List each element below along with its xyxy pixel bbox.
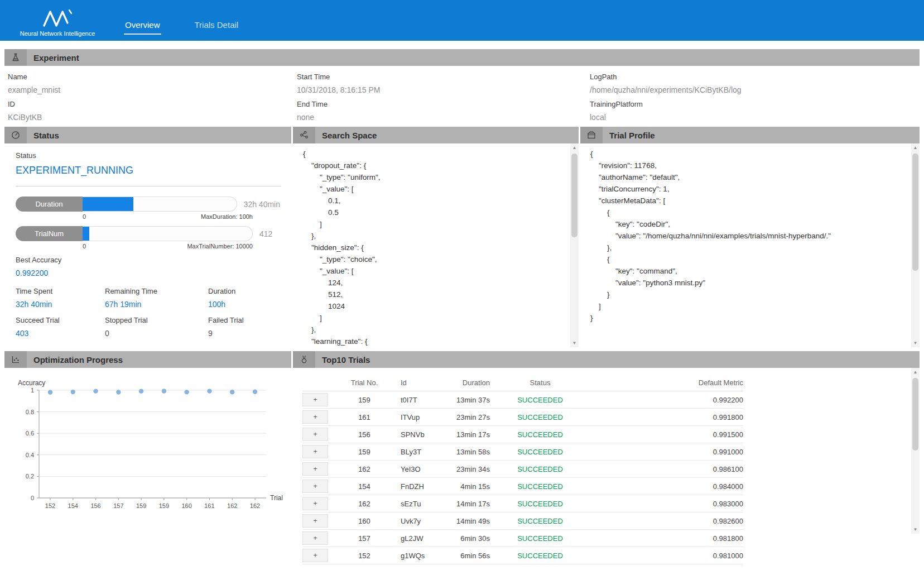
scrollbar-thumb[interactable] — [912, 154, 918, 271]
cell-trial-no: 160 — [328, 512, 401, 530]
top10-header: Top10 Trials — [293, 351, 920, 368]
cell-trial-no: 161 — [328, 409, 401, 426]
field-value: example_mnist — [8, 85, 297, 94]
trial-profile-scrollbar[interactable]: ▲ ▼ — [911, 143, 920, 347]
cell-expand: + — [302, 495, 328, 512]
top10-table: Trial No. Id Duration Status Default Met… — [302, 376, 743, 564]
cell-id: sEzTu — [401, 495, 451, 512]
top10-table-body: +159t0I7T13min 37sSUCCEEDED0.992200+161I… — [302, 391, 743, 564]
scrollbar-thumb[interactable] — [571, 154, 578, 237]
svg-text:0: 0 — [31, 495, 34, 501]
cell-status: SUCCEEDED — [490, 495, 590, 512]
scroll-down-icon[interactable]: ▼ — [911, 525, 920, 534]
scroll-up-icon[interactable]: ▲ — [911, 143, 920, 152]
cell-id: t0I7T — [401, 391, 451, 409]
cell-status: SUCCEEDED — [490, 443, 590, 461]
trial-profile-json: { "revision": 11768, "authorName": "defa… — [590, 148, 906, 324]
cell-default-metric: 0.983000 — [590, 495, 743, 512]
cell-default-metric: 0.982600 — [590, 512, 743, 530]
expand-row-button[interactable]: + — [302, 393, 328, 406]
svg-text:159: 159 — [159, 502, 169, 509]
archive-box-icon — [580, 127, 603, 143]
cell-status: SUCCEEDED — [490, 530, 590, 547]
scroll-down-icon[interactable]: ▼ — [570, 339, 579, 347]
col-duration: Duration — [451, 376, 490, 391]
trialnum-bar-max: MaxTrialNumber: 10000 — [187, 243, 253, 250]
expand-row-button[interactable]: + — [302, 480, 328, 493]
stat-stopped-trial: Stopped Trial 0 — [105, 309, 208, 338]
cell-expand: + — [302, 443, 328, 461]
cell-status: SUCCEEDED — [490, 547, 590, 564]
svg-text:Trial: Trial — [270, 494, 283, 502]
scrollbar-thumb[interactable] — [912, 378, 918, 451]
expand-row-button[interactable]: + — [302, 514, 328, 528]
table-row: +152g1WQs6min 56sSUCCEEDED0.981000 — [302, 547, 743, 564]
table-row: +161ITVup23min 27sSUCCEEDED0.991800 — [302, 409, 743, 426]
cell-id: SPNVb — [401, 426, 451, 443]
trialnum-bar-fill — [83, 227, 89, 241]
cell-duration: 13min 17s — [451, 426, 490, 443]
brand-block: Neural Network Intelligence — [0, 4, 99, 41]
scroll-up-icon[interactable]: ▲ — [570, 143, 579, 152]
expand-row-button[interactable]: + — [302, 462, 328, 476]
optimization-title: Optimization Progress — [33, 355, 123, 365]
table-row: +162YeI3O23min 34sSUCCEEDED0.986100 — [302, 461, 743, 478]
cell-trial-no: 162 — [328, 461, 401, 478]
status-stats-grid: Time Spent 32h 40min Remaining Time 67h … — [16, 280, 280, 338]
cell-duration: 4min 15s — [451, 478, 490, 495]
cell-default-metric: 0.981000 — [590, 547, 743, 564]
duration-bar-fill — [83, 197, 133, 211]
nni-logo-icon — [42, 8, 73, 27]
top10-panel: Top10 Trials Trial No. Id Duration Statu… — [293, 351, 920, 572]
experiment-col-3: LogPath /home/quzha/nni/experiments/KCiB… — [590, 67, 916, 122]
cell-id: BLy3T — [401, 443, 451, 461]
status-value: EXPERIMENT_RUNNING — [16, 165, 280, 176]
cell-id: FnDZH — [401, 478, 451, 495]
divider — [16, 186, 281, 186]
optimization-chart: 00.20.40.60.81AccuracyTrial1521541561571… — [8, 376, 290, 525]
cell-trial-no: 159 — [328, 443, 401, 461]
svg-text:162: 162 — [227, 502, 237, 509]
table-row: +157gL2JW6min 30sSUCCEEDED0.981800 — [302, 530, 743, 547]
expand-row-button[interactable]: + — [302, 497, 328, 510]
table-row: +162sEzTu14min 17sSUCCEEDED0.983000 — [302, 495, 743, 512]
search-space-json: { "dropout_rate": { "_type": "uniform", … — [303, 148, 565, 347]
cell-status: SUCCEEDED — [490, 478, 590, 495]
svg-text:0.4: 0.4 — [26, 452, 34, 458]
trialnum-bar-label: TrialNum — [16, 226, 83, 241]
cell-status: SUCCEEDED — [490, 409, 590, 426]
search-space-scrollbar[interactable]: ▲ ▼ — [570, 143, 579, 347]
svg-text:0.6: 0.6 — [26, 430, 34, 437]
duration-progress: Duration 32h 40min 0 MaxDuration: 100h — [16, 197, 280, 220]
expand-row-button[interactable]: + — [302, 445, 328, 458]
cell-status: SUCCEEDED — [490, 391, 590, 409]
cell-duration: 14min 17s — [451, 495, 490, 512]
cell-trial-no: 159 — [328, 391, 401, 409]
top10-scrollbar[interactable]: ▲ ▼ — [911, 368, 920, 534]
svg-text:162: 162 — [250, 502, 260, 509]
field-label: LogPath — [590, 73, 916, 81]
duration-bar-label: Duration — [16, 197, 83, 212]
expand-row-button[interactable]: + — [302, 549, 328, 562]
cell-duration: 23min 27s — [451, 409, 490, 426]
search-space-header: Search Space — [293, 127, 579, 143]
scroll-down-icon[interactable]: ▼ — [911, 339, 920, 347]
cell-status: SUCCEEDED — [490, 512, 590, 530]
expand-row-button[interactable]: + — [302, 531, 328, 545]
cell-trial-no: 154 — [328, 478, 401, 495]
trialnum-progress: TrialNum 412 0 MaxTrialNumber: 10000 — [16, 226, 280, 250]
table-row: +160Uvk7y14min 49sSUCCEEDED0.982600 — [302, 512, 743, 530]
scroll-up-icon[interactable]: ▲ — [911, 368, 920, 376]
trialnum-bar-track — [83, 226, 253, 241]
tab-trials-detail[interactable]: Trials Detail — [194, 20, 240, 35]
main-tabs: Overview Trials Detail — [124, 20, 239, 41]
svg-text:0.8: 0.8 — [26, 409, 34, 415]
field-label: TrainingPlatform — [590, 100, 916, 108]
cell-expand: + — [302, 426, 328, 443]
expand-row-button[interactable]: + — [302, 428, 328, 441]
best-accuracy-label: Best Accuracy — [16, 256, 280, 264]
tab-overview[interactable]: Overview — [124, 20, 161, 35]
expand-row-button[interactable]: + — [302, 410, 328, 424]
best-accuracy-value: 0.992200 — [16, 269, 280, 277]
app-header: Neural Network Intelligence Overview Tri… — [0, 0, 924, 41]
